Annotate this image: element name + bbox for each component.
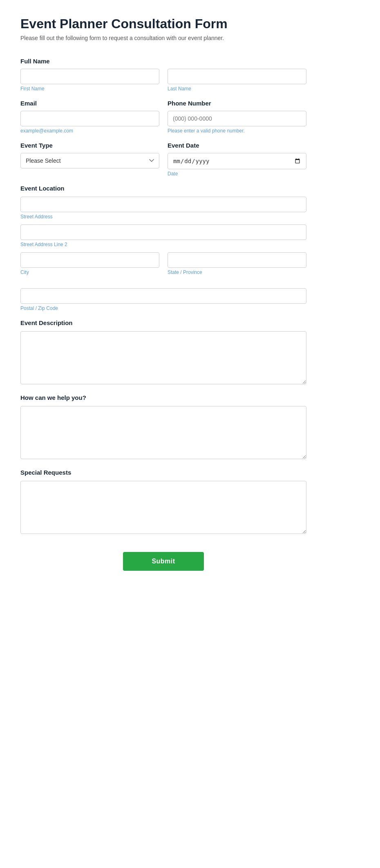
first-name-input[interactable]	[20, 69, 159, 84]
special-requests-textarea[interactable]	[20, 481, 306, 534]
special-requests-section: Special Requests	[20, 469, 306, 536]
first-name-group: First Name	[20, 69, 159, 92]
phone-input[interactable]	[168, 111, 306, 126]
last-name-hint: Last Name	[168, 86, 306, 92]
email-group: Email example@example.com	[20, 100, 159, 134]
event-date-label: Event Date	[168, 142, 306, 149]
city-hint: City	[20, 269, 159, 275]
full-name-row: First Name Last Name	[20, 69, 306, 92]
street-address-hint: Street Address	[20, 214, 306, 220]
state-group: State / Province	[168, 252, 306, 275]
phone-group: Phone Number Please enter a valid phone …	[168, 100, 306, 134]
submit-row: Submit	[20, 552, 306, 571]
email-label: Email	[20, 100, 159, 107]
event-location-label: Event Location	[20, 185, 306, 192]
state-hint: State / Province	[168, 269, 306, 275]
submit-button[interactable]: Submit	[123, 552, 203, 571]
zip-input[interactable]	[20, 288, 306, 304]
event-location-section: Event Location Street Address Street Add…	[20, 185, 306, 311]
event-type-label: Event Type	[20, 142, 159, 149]
state-input[interactable]	[168, 252, 306, 268]
event-date-hint: Date	[168, 171, 306, 177]
event-type-group: Event Type Please Select Wedding Corpora…	[20, 142, 159, 177]
event-description-section: Event Description	[20, 319, 306, 386]
event-type-select[interactable]: Please Select Wedding Corporate Birthday…	[20, 153, 159, 168]
zip-hint: Postal / Zip Code	[20, 305, 306, 311]
zip-group: Postal / Zip Code	[20, 288, 306, 311]
street-address2-input[interactable]	[20, 224, 306, 240]
city-group: City	[20, 252, 159, 275]
phone-hint: Please enter a valid phone number.	[168, 128, 306, 134]
event-date-input[interactable]	[168, 153, 306, 169]
city-input[interactable]	[20, 252, 159, 268]
last-name-group: Last Name	[168, 69, 306, 92]
event-description-label: Event Description	[20, 319, 306, 326]
how-help-textarea[interactable]	[20, 406, 306, 459]
event-date-group: Event Date Date	[168, 142, 306, 177]
street-address2-hint: Street Address Line 2	[20, 242, 306, 247]
full-name-label: Full Name	[20, 58, 306, 65]
email-phone-row: Email example@example.com Phone Number P…	[20, 100, 306, 134]
event-type-date-row: Event Type Please Select Wedding Corpora…	[20, 142, 306, 177]
how-help-label: How can we help you?	[20, 394, 306, 401]
street-address-input[interactable]	[20, 197, 306, 212]
page-subtitle: Please fill out the following form to re…	[20, 35, 306, 41]
consultation-form: Full Name First Name Last Name Email exa…	[20, 58, 306, 571]
how-help-section: How can we help you?	[20, 394, 306, 461]
street-address2-group: Street Address Line 2	[20, 224, 306, 247]
city-state-row: City State / Province	[20, 252, 306, 280]
page-title: Event Planner Consultation Form	[20, 16, 306, 31]
event-description-textarea[interactable]	[20, 331, 306, 384]
email-hint: example@example.com	[20, 128, 159, 134]
special-requests-label: Special Requests	[20, 469, 306, 476]
street-address-group: Street Address	[20, 197, 306, 220]
phone-label: Phone Number	[168, 100, 306, 107]
first-name-hint: First Name	[20, 86, 159, 92]
last-name-input[interactable]	[168, 69, 306, 84]
email-input[interactable]	[20, 111, 159, 126]
